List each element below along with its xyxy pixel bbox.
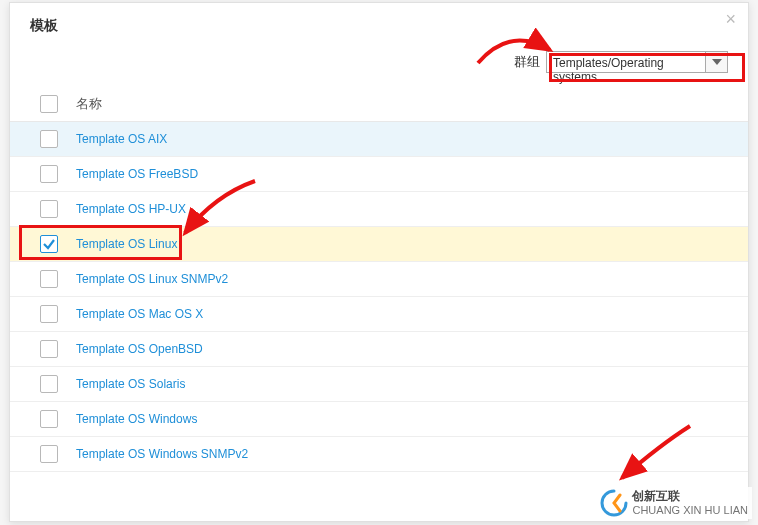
template-link[interactable]: Template OS Solaris xyxy=(76,377,185,391)
row-checkbox[interactable] xyxy=(40,235,58,253)
row-checkbox[interactable] xyxy=(40,200,58,218)
chevron-down-icon[interactable] xyxy=(706,51,728,73)
group-select-wrap: Templates/Operating systems xyxy=(546,51,728,73)
list-item[interactable]: Template OS AIX xyxy=(10,122,748,157)
template-link[interactable]: Template OS Linux xyxy=(76,237,177,251)
column-name: 名称 xyxy=(76,95,102,113)
list-header: 名称 xyxy=(10,87,748,122)
row-checkbox[interactable] xyxy=(40,165,58,183)
list-item[interactable]: Template OS Linux xyxy=(10,227,748,262)
group-label: 群组 xyxy=(514,53,540,71)
row-checkbox[interactable] xyxy=(40,340,58,358)
row-checkbox[interactable] xyxy=(40,410,58,428)
row-checkbox[interactable] xyxy=(40,270,58,288)
template-link[interactable]: Template OS HP-UX xyxy=(76,202,186,216)
row-checkbox[interactable] xyxy=(40,445,58,463)
template-modal: × 模板 群组 Templates/Operating systems 名称 T… xyxy=(9,2,749,522)
group-select[interactable]: Templates/Operating systems xyxy=(546,51,706,73)
list-item[interactable]: Template OS OpenBSD xyxy=(10,332,748,367)
list-item[interactable]: Template OS FreeBSD xyxy=(10,157,748,192)
row-checkbox[interactable] xyxy=(40,375,58,393)
list-item[interactable]: Template OS Linux SNMPv2 xyxy=(10,262,748,297)
list-item[interactable]: Template OS HP-UX xyxy=(10,192,748,227)
list-item[interactable]: Template OS Mac OS X xyxy=(10,297,748,332)
list-item[interactable]: Template OS Solaris xyxy=(10,367,748,402)
template-link[interactable]: Template OS Mac OS X xyxy=(76,307,203,321)
template-list: Template OS AIXTemplate OS FreeBSDTempla… xyxy=(10,122,748,472)
watermark-logo-icon xyxy=(600,489,628,517)
template-link[interactable]: Template OS Windows xyxy=(76,412,197,426)
group-filter-row: 群组 Templates/Operating systems xyxy=(10,45,748,87)
row-checkbox[interactable] xyxy=(40,305,58,323)
template-link[interactable]: Template OS FreeBSD xyxy=(76,167,198,181)
select-all-checkbox[interactable] xyxy=(40,95,58,113)
list-item[interactable]: Template OS Windows SNMPv2 xyxy=(10,437,748,472)
template-link[interactable]: Template OS OpenBSD xyxy=(76,342,203,356)
watermark: 创新互联 CHUANG XIN HU LIAN xyxy=(596,487,752,519)
watermark-text: 创新互联 CHUANG XIN HU LIAN xyxy=(632,490,748,515)
template-link[interactable]: Template OS Linux SNMPv2 xyxy=(76,272,228,286)
template-link[interactable]: Template OS Windows SNMPv2 xyxy=(76,447,248,461)
close-icon[interactable]: × xyxy=(725,9,736,30)
row-checkbox[interactable] xyxy=(40,130,58,148)
template-link[interactable]: Template OS AIX xyxy=(76,132,167,146)
list-item[interactable]: Template OS Windows xyxy=(10,402,748,437)
modal-title: 模板 xyxy=(10,3,748,45)
